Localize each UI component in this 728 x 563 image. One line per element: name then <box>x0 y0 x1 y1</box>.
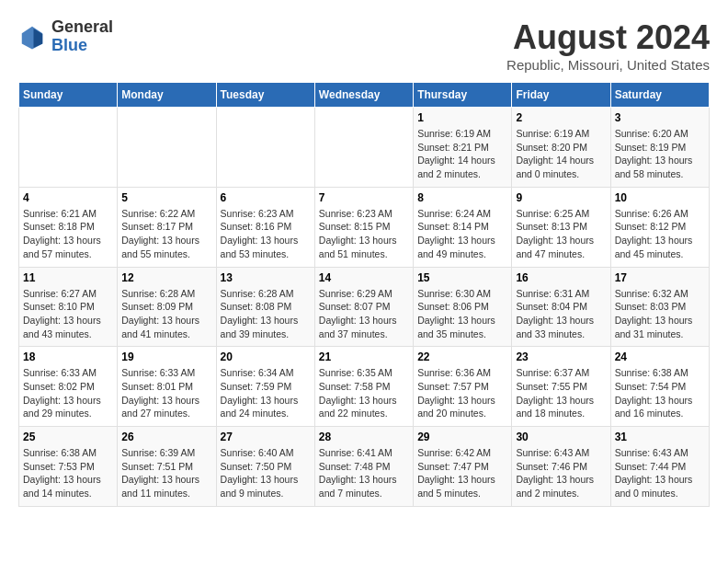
day-info: Sunrise: 6:19 AM Sunset: 8:20 PM Dayligh… <box>516 127 606 181</box>
day-info: Sunrise: 6:37 AM Sunset: 7:55 PM Dayligh… <box>516 366 606 420</box>
calendar-cell: 20Sunrise: 6:34 AM Sunset: 7:59 PM Dayli… <box>216 347 314 427</box>
day-number: 30 <box>516 431 606 443</box>
day-number: 25 <box>23 431 113 443</box>
calendar-week-5: 25Sunrise: 6:38 AM Sunset: 7:53 PM Dayli… <box>19 427 710 507</box>
weekday-header-tuesday: Tuesday <box>216 83 314 108</box>
day-number: 22 <box>417 350 507 363</box>
calendar-cell: 28Sunrise: 6:41 AM Sunset: 7:48 PM Dayli… <box>314 427 413 507</box>
day-number: 23 <box>516 350 606 363</box>
calendar-cell: 9Sunrise: 6:25 AM Sunset: 8:13 PM Daylig… <box>512 187 610 267</box>
day-info: Sunrise: 6:43 AM Sunset: 7:44 PM Dayligh… <box>615 446 705 500</box>
calendar-cell <box>118 108 216 188</box>
weekday-header-saturday: Saturday <box>610 83 709 108</box>
calendar-cell: 24Sunrise: 6:38 AM Sunset: 7:54 PM Dayli… <box>610 347 709 427</box>
day-info: Sunrise: 6:28 AM Sunset: 8:08 PM Dayligh… <box>221 287 311 341</box>
day-info: Sunrise: 6:26 AM Sunset: 8:12 PM Dayligh… <box>615 207 705 261</box>
day-info: Sunrise: 6:21 AM Sunset: 8:18 PM Dayligh… <box>23 207 113 261</box>
day-info: Sunrise: 6:23 AM Sunset: 8:16 PM Dayligh… <box>221 207 311 261</box>
weekday-header-row: SundayMondayTuesdayWednesdayThursdayFrid… <box>19 83 710 108</box>
day-number: 20 <box>221 350 311 363</box>
calendar-week-4: 18Sunrise: 6:33 AM Sunset: 8:02 PM Dayli… <box>19 347 710 427</box>
logo: General Blue <box>18 18 113 55</box>
day-info: Sunrise: 6:28 AM Sunset: 8:09 PM Dayligh… <box>121 287 211 341</box>
day-number: 6 <box>221 191 311 204</box>
day-info: Sunrise: 6:41 AM Sunset: 7:48 PM Dayligh… <box>319 446 409 500</box>
day-number: 21 <box>319 350 409 363</box>
day-info: Sunrise: 6:20 AM Sunset: 8:19 PM Dayligh… <box>615 127 705 181</box>
calendar-header: SundayMondayTuesdayWednesdayThursdayFrid… <box>19 83 710 108</box>
title-block: August 2024 Republic, Missouri, United S… <box>506 18 710 73</box>
day-number: 15 <box>417 271 507 284</box>
calendar-cell: 14Sunrise: 6:29 AM Sunset: 8:07 PM Dayli… <box>314 267 413 347</box>
calendar-cell: 18Sunrise: 6:33 AM Sunset: 8:02 PM Dayli… <box>19 347 118 427</box>
weekday-header-friday: Friday <box>512 83 610 108</box>
calendar-cell: 27Sunrise: 6:40 AM Sunset: 7:50 PM Dayli… <box>216 427 314 507</box>
calendar-cell: 22Sunrise: 6:36 AM Sunset: 7:57 PM Dayli… <box>414 347 512 427</box>
day-number: 16 <box>516 271 606 284</box>
calendar-cell: 5Sunrise: 6:22 AM Sunset: 8:17 PM Daylig… <box>118 187 216 267</box>
calendar-week-1: 1Sunrise: 6:19 AM Sunset: 8:21 PM Daylig… <box>19 108 710 188</box>
calendar-cell: 15Sunrise: 6:30 AM Sunset: 8:06 PM Dayli… <box>414 267 512 347</box>
day-number: 29 <box>417 431 507 443</box>
day-info: Sunrise: 6:34 AM Sunset: 7:59 PM Dayligh… <box>221 366 311 420</box>
calendar-cell: 25Sunrise: 6:38 AM Sunset: 7:53 PM Dayli… <box>19 427 118 507</box>
svg-marker-1 <box>34 29 43 48</box>
day-info: Sunrise: 6:42 AM Sunset: 7:47 PM Dayligh… <box>417 446 507 500</box>
day-info: Sunrise: 6:40 AM Sunset: 7:50 PM Dayligh… <box>221 446 311 500</box>
day-info: Sunrise: 6:38 AM Sunset: 7:54 PM Dayligh… <box>615 366 705 420</box>
calendar-cell: 7Sunrise: 6:23 AM Sunset: 8:15 PM Daylig… <box>314 187 413 267</box>
calendar-table: SundayMondayTuesdayWednesdayThursdayFrid… <box>18 82 710 507</box>
day-info: Sunrise: 6:39 AM Sunset: 7:51 PM Dayligh… <box>121 446 211 500</box>
day-info: Sunrise: 6:33 AM Sunset: 8:02 PM Dayligh… <box>23 366 113 420</box>
day-info: Sunrise: 6:30 AM Sunset: 8:06 PM Dayligh… <box>417 287 507 341</box>
weekday-header-monday: Monday <box>118 83 216 108</box>
calendar-cell: 13Sunrise: 6:28 AM Sunset: 8:08 PM Dayli… <box>216 267 314 347</box>
day-info: Sunrise: 6:31 AM Sunset: 8:04 PM Dayligh… <box>516 287 606 341</box>
day-number: 10 <box>615 191 705 204</box>
day-info: Sunrise: 6:24 AM Sunset: 8:14 PM Dayligh… <box>417 207 507 261</box>
day-info: Sunrise: 6:29 AM Sunset: 8:07 PM Dayligh… <box>319 287 409 341</box>
day-number: 19 <box>121 350 211 363</box>
page-header: General Blue August 2024 Republic, Misso… <box>18 18 710 73</box>
day-number: 8 <box>417 191 507 204</box>
day-number: 5 <box>121 191 211 204</box>
day-number: 7 <box>319 191 409 204</box>
day-info: Sunrise: 6:35 AM Sunset: 7:58 PM Dayligh… <box>319 366 409 420</box>
calendar-cell <box>19 108 118 188</box>
calendar-cell: 30Sunrise: 6:43 AM Sunset: 7:46 PM Dayli… <box>512 427 610 507</box>
weekday-header-sunday: Sunday <box>19 83 118 108</box>
day-number: 31 <box>615 431 705 443</box>
calendar-cell: 6Sunrise: 6:23 AM Sunset: 8:16 PM Daylig… <box>216 187 314 267</box>
calendar-cell: 3Sunrise: 6:20 AM Sunset: 8:19 PM Daylig… <box>610 108 709 188</box>
day-number: 24 <box>615 350 705 363</box>
calendar-cell: 1Sunrise: 6:19 AM Sunset: 8:21 PM Daylig… <box>414 108 512 188</box>
calendar-cell: 17Sunrise: 6:32 AM Sunset: 8:03 PM Dayli… <box>610 267 709 347</box>
calendar-cell: 4Sunrise: 6:21 AM Sunset: 8:18 PM Daylig… <box>19 187 118 267</box>
calendar-week-3: 11Sunrise: 6:27 AM Sunset: 8:10 PM Dayli… <box>19 267 710 347</box>
day-info: Sunrise: 6:33 AM Sunset: 8:01 PM Dayligh… <box>121 366 211 420</box>
day-info: Sunrise: 6:43 AM Sunset: 7:46 PM Dayligh… <box>516 446 606 500</box>
calendar-cell: 21Sunrise: 6:35 AM Sunset: 7:58 PM Dayli… <box>314 347 413 427</box>
calendar-cell: 16Sunrise: 6:31 AM Sunset: 8:04 PM Dayli… <box>512 267 610 347</box>
weekday-header-wednesday: Wednesday <box>314 83 413 108</box>
day-info: Sunrise: 6:23 AM Sunset: 8:15 PM Dayligh… <box>319 207 409 261</box>
calendar-cell: 8Sunrise: 6:24 AM Sunset: 8:14 PM Daylig… <box>414 187 512 267</box>
calendar-cell: 31Sunrise: 6:43 AM Sunset: 7:44 PM Dayli… <box>610 427 709 507</box>
calendar-cell: 12Sunrise: 6:28 AM Sunset: 8:09 PM Dayli… <box>118 267 216 347</box>
calendar-week-2: 4Sunrise: 6:21 AM Sunset: 8:18 PM Daylig… <box>19 187 710 267</box>
calendar-cell: 19Sunrise: 6:33 AM Sunset: 8:01 PM Dayli… <box>118 347 216 427</box>
logo-icon <box>18 23 46 51</box>
day-info: Sunrise: 6:22 AM Sunset: 8:17 PM Dayligh… <box>121 207 211 261</box>
day-number: 18 <box>23 350 113 363</box>
calendar-cell <box>216 108 314 188</box>
calendar-cell: 29Sunrise: 6:42 AM Sunset: 7:47 PM Dayli… <box>414 427 512 507</box>
day-info: Sunrise: 6:27 AM Sunset: 8:10 PM Dayligh… <box>23 287 113 341</box>
weekday-header-thursday: Thursday <box>414 83 512 108</box>
day-info: Sunrise: 6:38 AM Sunset: 7:53 PM Dayligh… <box>23 446 113 500</box>
day-info: Sunrise: 6:32 AM Sunset: 8:03 PM Dayligh… <box>615 287 705 341</box>
main-title: August 2024 <box>506 18 710 57</box>
day-number: 3 <box>615 111 705 124</box>
day-number: 11 <box>23 271 113 284</box>
day-number: 4 <box>23 191 113 204</box>
logo-general-text: General <box>51 17 113 36</box>
